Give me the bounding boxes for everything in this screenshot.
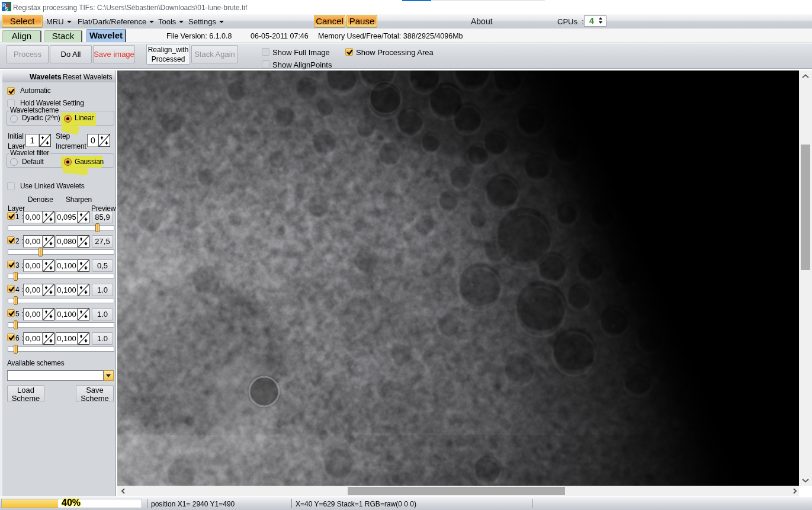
svg-text:6: 6 (7, 2, 10, 9)
